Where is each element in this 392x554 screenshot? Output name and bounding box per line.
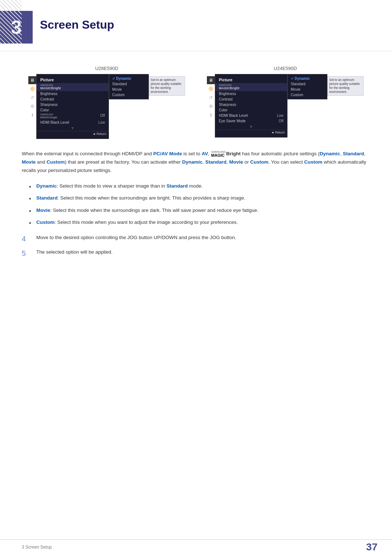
- monitor-right-label: U24E590D: [274, 66, 297, 71]
- submenu-movie-left: Movie: [109, 87, 148, 92]
- submenu-movie-right: Movie: [288, 87, 327, 92]
- menu-item-color-right: Color: [215, 107, 287, 113]
- osd-left-menu: Picture SAMSUNG MAGICBright Brightness C…: [36, 74, 109, 139]
- main-content: U28E590D 🖥 🔆 ↺ ⚙ ℹ Picture S: [0, 66, 392, 258]
- submenu-dynamic-right: Dynamic: [288, 76, 327, 81]
- samsung-magic-inline: SAMSUNG MAGIC: [211, 151, 226, 157]
- monitor-icon: 🖥: [28, 76, 36, 84]
- arrow-down-left: ▼: [37, 125, 109, 131]
- osd-menu-left: Picture SAMSUNG MAGICBright Brightness C…: [36, 74, 109, 139]
- bullet-standard: Standard: Select this mode when the surr…: [29, 194, 370, 202]
- page-footer: 3 Screen Setup 37: [0, 539, 392, 554]
- magic-label-right: MAGICBright: [219, 87, 240, 90]
- arrow-down-right: ▼: [215, 124, 287, 130]
- return-bar-right: ◄ Return: [215, 130, 287, 135]
- screenshots-row: U28E590D 🖥 🔆 ↺ ⚙ ℹ Picture S: [22, 66, 370, 139]
- menu-title-left: Picture: [37, 77, 109, 83]
- step-4: 4 Move to the desired option controlling…: [22, 234, 370, 244]
- osd-submenu-right: Dynamic Standard Movie Custom: [287, 74, 327, 99]
- menu-item-hdmi-right: HDMI Black Level Low: [215, 113, 287, 118]
- submenu-standard-right: Standard: [288, 81, 327, 87]
- brightness-icon: 🔆: [28, 85, 36, 93]
- step-5: 5 The selected option will be applied.: [22, 248, 370, 258]
- monitor-right-container: U24E590D 🖥 🔆 ↺ ⚙ ℹ Picture S: [207, 66, 364, 139]
- step-4-text: Move to the desired option controlling t…: [36, 234, 370, 244]
- magic-bright-row-left: SAMSUNG MAGICBright: [37, 83, 109, 91]
- monitor-right-osd: 🖥 🔆 ↺ ⚙ ℹ Picture SAMSUNG MAGICBright: [207, 74, 364, 138]
- rotation-icon: ↺: [28, 94, 36, 102]
- osd-right-menu: Picture SAMSUNG MAGICBright Brightness C…: [215, 74, 287, 138]
- menu-item-contrast-right: Contrast: [215, 97, 287, 102]
- osd-menu-right: Picture SAMSUNG MAGICBright Brightness C…: [215, 74, 287, 138]
- osd-left-icons: 🖥 🔆 ↺ ⚙ ℹ: [28, 74, 36, 119]
- brightness-icon-right: 🔆: [207, 85, 215, 93]
- info-icon-right: ℹ: [207, 111, 215, 119]
- monitor-icon-right: 🖥: [207, 76, 215, 84]
- settings-icon: ⚙: [28, 102, 36, 110]
- bullet-list: Dynamic: Select this mode to view a shar…: [29, 182, 370, 226]
- menu-item-brightness-right: Brightness: [215, 91, 287, 97]
- menu-item-brightness-left: Brightness: [37, 91, 109, 97]
- step-5-text: The selected option will be applied.: [36, 248, 370, 258]
- return-bar-left: ◄ Return: [37, 131, 109, 136]
- bullet-custom: Custom: Select this mode when you want t…: [29, 218, 370, 226]
- osd-right-icons: 🖥 🔆 ↺ ⚙ ℹ: [207, 74, 215, 119]
- menu-item-contrast-left: Contrast: [37, 97, 109, 102]
- monitor-left-label: U28E590D: [95, 66, 118, 71]
- step-5-number: 5: [22, 248, 30, 258]
- magic-bright-row-right: SAMSUNG MAGICBright: [215, 83, 287, 91]
- info-box-left: Set to an optimum picture quality suitab…: [149, 76, 185, 96]
- chapter-title: Screen Setup: [40, 11, 114, 32]
- menu-item-hdmi-left: HDMI Black Level Low: [37, 120, 109, 125]
- bullet-movie: Movie: Select this mode when the surroun…: [29, 206, 370, 214]
- submenu-standard-left: Standard: [109, 81, 148, 87]
- stripe-decoration: [0, 0, 22, 44]
- submenu-custom-right: Custom: [288, 92, 327, 98]
- menu-item-color-left: Color: [37, 107, 109, 113]
- monitor-left-osd: 🖥 🔆 ↺ ⚙ ℹ Picture SAMSUNG MAGICBright: [28, 74, 185, 139]
- submenu-dynamic-left: Dynamic: [109, 76, 148, 81]
- rotation-icon-right: ↺: [207, 94, 215, 102]
- bullet-dynamic: Dynamic: Select this mode to view a shar…: [29, 182, 370, 190]
- magic-label-left: MAGICBright: [40, 87, 61, 90]
- info-icon: ℹ: [28, 111, 36, 119]
- menu-item-angle-left: SAMSUNG MAGICAngle Off: [37, 113, 109, 120]
- monitor-left-container: U28E590D 🖥 🔆 ↺ ⚙ ℹ Picture S: [28, 66, 185, 139]
- description-para: When the external input is connected thr…: [22, 150, 370, 175]
- footer-right: 37: [366, 541, 377, 553]
- info-box-right: Set to an optimum picture quality suitab…: [327, 76, 364, 96]
- menu-item-sharpness-right: Sharpness: [215, 102, 287, 107]
- footer-section-label: 3 Screen Setup: [22, 545, 52, 550]
- submenu-custom-left: Custom: [109, 92, 148, 98]
- page-number: 37: [366, 541, 377, 553]
- menu-title-right: Picture: [215, 77, 287, 83]
- step-4-number: 4: [22, 234, 30, 244]
- page-header: 3 Screen Setup: [0, 0, 392, 51]
- osd-submenu-left: Dynamic Standard Movie Custom: [109, 74, 149, 99]
- settings-icon-right: ⚙: [207, 102, 215, 110]
- menu-item-eye-saver-right: Eye Saver Mode Off: [215, 118, 287, 124]
- menu-item-sharpness-left: Sharpness: [37, 102, 109, 107]
